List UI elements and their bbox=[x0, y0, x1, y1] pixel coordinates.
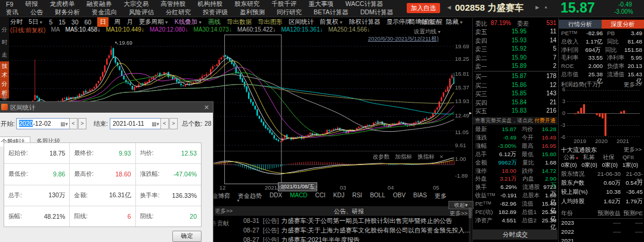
menu-item[interactable]: 同行研究 bbox=[277, 8, 302, 17]
indicator-tab-BOLL[interactable]: BOLL bbox=[370, 192, 385, 200]
order-book-row[interactable]: 卖五15.9511 bbox=[475, 28, 556, 36]
toolbar-item-60[interactable]: 60 bbox=[85, 18, 92, 26]
top-holders-more[interactable]: 更多>> bbox=[624, 146, 642, 154]
toolbar-item-月[interactable]: 月 bbox=[126, 18, 133, 26]
dialog-close-icon[interactable]: ✕ bbox=[204, 102, 209, 113]
menu-item[interactable]: WACC计算器 bbox=[345, 0, 383, 8]
indicator-tab-更多[interactable]: 更多 bbox=[435, 192, 447, 200]
menu-item[interactable]: 龙虎榜单 bbox=[49, 0, 75, 8]
menu-item[interactable]: 重大事项 bbox=[308, 0, 333, 8]
start-date-next-button[interactable]: > bbox=[78, 118, 86, 129]
menu-item[interactable]: 大宗交易 bbox=[123, 0, 148, 8]
calendar-icon[interactable]: ▦▾ bbox=[60, 119, 68, 129]
expand-icon[interactable]: ▲ bbox=[544, 5, 548, 9]
order-book-row[interactable]: 卖二15.907 bbox=[475, 54, 556, 63]
macd-button-改参数[interactable]: 改参数 bbox=[373, 153, 390, 161]
toolbar-item-导出数据[interactable]: 导出数据 bbox=[227, 18, 252, 26]
macd-button-换指标[interactable]: 换指标 bbox=[417, 153, 435, 161]
toolbar-item-30[interactable]: 30 bbox=[72, 18, 79, 26]
macd-button-×[interactable]: × bbox=[440, 153, 444, 161]
news-item[interactable]: 08-31[公告]力盛赛车:关于公司第一期员工持股计划出售完毕暨终止的公告 bbox=[243, 217, 470, 225]
toolbar-item-前复权[interactable]: 前复权▼ bbox=[320, 18, 343, 26]
end-date-input[interactable]: 2021-01-11 ▦▾ bbox=[110, 118, 161, 129]
menu-item[interactable]: 机构持股 bbox=[197, 0, 222, 8]
upsell-link[interactable]: 付费开通 bbox=[534, 117, 555, 123]
toolbar-item-15[interactable]: 15 bbox=[58, 18, 66, 26]
start-date-input[interactable]: 2020-12-02 ▦▾ bbox=[16, 118, 70, 129]
menu-item[interactable]: BETA计算器 bbox=[314, 8, 348, 17]
news-item[interactable]: 08-27[公告]力盛赛车:2021年半年度报告 bbox=[243, 236, 470, 242]
next-stock-icon[interactable]: ▶ bbox=[535, 5, 539, 10]
order-book-row[interactable]: 买四15.8421 bbox=[475, 99, 556, 107]
menu-item[interactable]: 财务分析 bbox=[55, 8, 80, 17]
menu-item[interactable]: 盈利预测 bbox=[240, 8, 265, 17]
dialog-cell-label: 总手: bbox=[8, 191, 22, 200]
toolbar-item-区间统计[interactable]: 区间统计 bbox=[289, 18, 314, 26]
order-book-row[interactable]: 卖四15.9314 bbox=[475, 37, 556, 45]
visible-range-label[interactable]: 2020/6/30-2021/5/12(211根) bbox=[368, 35, 439, 43]
tab-shendu-analysis[interactable]: 深度分析 bbox=[602, 20, 644, 29]
indicator-tab-资金趋势[interactable]: 资金趋势 bbox=[238, 192, 262, 200]
end-date-prev-button[interactable]: < bbox=[160, 118, 169, 129]
menu-item[interactable]: 公告 bbox=[30, 8, 43, 17]
menu-item[interactable]: 融资融券 bbox=[86, 0, 112, 8]
indicator-tab-MACD[interactable]: MACD bbox=[290, 192, 307, 200]
toolbar-item-隐藏[interactable]: 隐藏▼ bbox=[446, 18, 463, 26]
toolbar-item-K线叠加[interactable]: K线叠加▼ bbox=[175, 18, 202, 26]
indicator-tab-BIAS[interactable]: BIAS bbox=[413, 192, 427, 200]
toolbar-item-简约版面[interactable]: 简约版面▼ bbox=[409, 18, 439, 26]
dialog-titlebar[interactable]: 区间统计 ✕ bbox=[0, 102, 213, 113]
news-header-title[interactable]: 公告、研报 bbox=[334, 207, 364, 216]
prev-stock-icon[interactable]: ◀ bbox=[447, 5, 451, 10]
end-date-next-button[interactable]: > bbox=[169, 118, 178, 129]
toolbar-item-分时[interactable]: 分时 bbox=[10, 18, 23, 26]
indicator-caret-icon[interactable]: ▼ bbox=[236, 198, 240, 203]
indicator-tabs: 资金博弈资金趋势DDXMACDCCIKDJRSIBOLLOBVBIAS更多 bbox=[206, 192, 447, 200]
order-book-row[interactable]: 买五15.83216 bbox=[475, 107, 556, 116]
menu-item[interactable]: 资金流向 bbox=[92, 8, 117, 17]
menu-item[interactable]: 高管持股 bbox=[160, 0, 185, 8]
order-book-row[interactable]: 卖三15.925 bbox=[475, 45, 556, 54]
macd-button-加指标[interactable]: 加指标 bbox=[395, 153, 413, 161]
toolbar-item-5[interactable]: 5 bbox=[49, 18, 52, 26]
trend-ytick: -3 bbox=[558, 122, 565, 128]
toolbar-item-导出图形[interactable]: 导出图形 bbox=[258, 18, 283, 26]
add-watchlist-button[interactable]: 加入自选 bbox=[407, 3, 440, 13]
toolbar-item-画线[interactable]: 画线 bbox=[208, 18, 221, 26]
toolbar-item-5日[interactable]: 5日▼ bbox=[29, 18, 43, 26]
order-book-row[interactable]: 卖一15.892 bbox=[475, 63, 556, 71]
menu-item[interactable]: 投资评级 bbox=[203, 8, 228, 17]
tick-trades-header[interactable]: 分时成交 bbox=[473, 229, 558, 240]
order-book-row[interactable]: 买一15.87178 bbox=[475, 73, 556, 81]
menu-item[interactable]: DDM计算器 bbox=[360, 8, 393, 17]
menu-item[interactable]: 分红研究 bbox=[166, 8, 191, 17]
tab-hangqing-analysis[interactable]: 行情分析 bbox=[559, 20, 602, 29]
order-book-row[interactable]: 买二15.8612 bbox=[475, 82, 556, 90]
orderbook-upsell[interactable]: 查看完整买卖盘，请点此 付费开通 bbox=[473, 117, 558, 125]
news-item[interactable]: 08-27[公告]力盛赛车:关于上海力盛赛车文化股份有限公司以自筹资金预先投入.… bbox=[243, 227, 470, 234]
fin-value: 2.000 bbox=[584, 63, 603, 70]
menu-item[interactable]: F9 bbox=[6, 1, 13, 8]
indicator-tab-OBV[interactable]: OBV bbox=[393, 192, 405, 200]
holder-row: 人均持股1.62万1.79万 bbox=[561, 198, 643, 206]
menu-item[interactable]: 风险评估 bbox=[129, 8, 154, 17]
calendar-icon[interactable]: ▦▾ bbox=[151, 119, 159, 129]
start-date-prev-button[interactable]: < bbox=[69, 118, 78, 129]
holder-cell: 人均持股 bbox=[561, 198, 592, 206]
ok-button[interactable]: 确定 bbox=[172, 231, 202, 242]
menu-item[interactable]: 研报 bbox=[25, 0, 38, 8]
order-book-row[interactable]: 买三15.85143 bbox=[475, 90, 556, 98]
toolbar-item-更多周期[interactable]: 更多周期▼ bbox=[139, 18, 169, 26]
toolbar-item-日[interactable]: 日 bbox=[97, 17, 109, 27]
indicator-tab-DDX[interactable]: DDX bbox=[270, 192, 282, 200]
menu-item[interactable]: 千股千评 bbox=[271, 0, 296, 8]
indicator-tab-CCI[interactable]: CCI bbox=[315, 192, 326, 200]
indicator-tab-KDJ[interactable]: KDJ bbox=[333, 192, 345, 200]
toolbar-item-显示停牌[interactable]: 显示停牌 bbox=[386, 18, 411, 26]
indicator-tab-RSI[interactable]: RSI bbox=[352, 192, 363, 200]
menu-item[interactable]: 资讯 bbox=[6, 8, 18, 17]
toolbar-item-除权计算器[interactable]: 除权计算器 bbox=[349, 18, 381, 26]
menu-item[interactable]: 股东研究 bbox=[234, 0, 259, 8]
news-more-left[interactable]: 更多>> bbox=[215, 207, 233, 215]
toolbar-item-周[interactable]: 周 bbox=[114, 18, 121, 26]
